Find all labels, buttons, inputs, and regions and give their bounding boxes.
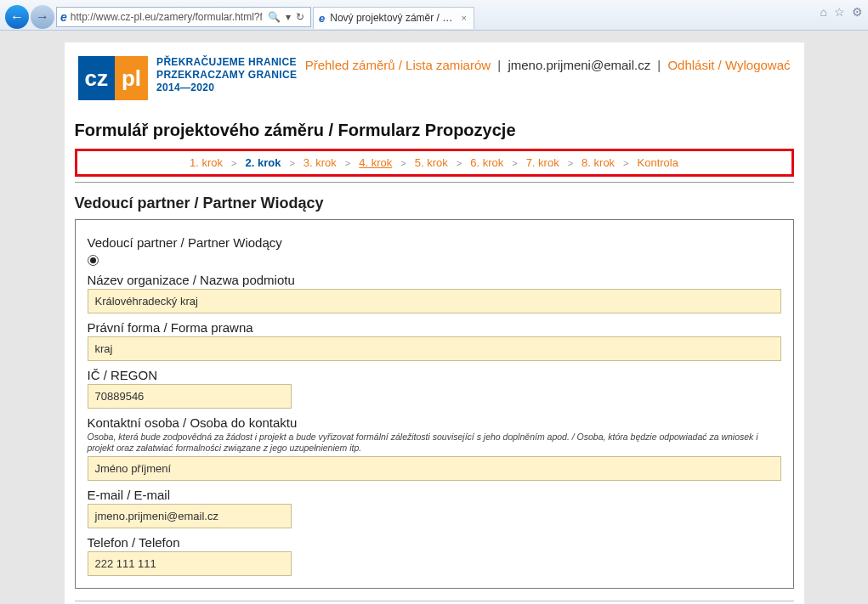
regno-label: IČ / REGON [88,361,781,384]
email-input[interactable]: jmeno.prijmeni@email.cz [88,504,292,528]
contact-help-text: Osoba, která bude zodpovědná za žádost i… [88,432,781,456]
home-icon[interactable]: ⌂ [820,5,827,19]
search-icon[interactable]: 🔍 [268,11,281,23]
site-header: cz pl PŘEKRAČUJEME HRANICE PRZEKRACZAMY … [75,53,794,114]
contact-label: Kontaktní osoba / Osoba do kontaktu [88,409,781,432]
browser-toolbar: ← → e 🔍 ▾ ↻ e Nový projektový záměr / N.… [0,0,868,31]
overview-link[interactable]: Přehled záměrů / Lista zamiarów [305,58,491,72]
phone-input[interactable]: 222 111 111 [88,551,292,576]
ie-favicon-icon: e [319,12,325,25]
panel-title-label: Vedoucí partner / Partner Wiodący [88,229,781,251]
user-email: jmeno.prijmeni@email.cz [508,58,650,72]
step-link-8[interactable]: 8. krok [578,156,618,169]
chevron-right-icon: > [345,158,350,168]
tab-title: Nový projektový záměr / N... [330,12,454,24]
address-tools: 🔍 ▾ ↻ [265,11,307,23]
search-dropdown-icon[interactable]: ▾ [286,11,291,23]
ie-icon: e [60,10,67,24]
section-heading-lead-partner: Vedoucí partner / Partner Wiodący [75,191,794,219]
chevron-right-icon: > [623,158,628,168]
tagline-years: 2014—2020 [156,82,297,94]
step-link-6[interactable]: 6. krok [467,156,507,169]
chevron-right-icon: > [289,158,294,168]
legal-form-label: Právní forma / Forma prawna [88,313,781,336]
url-input[interactable] [71,11,262,23]
logo-tagline: PŘEKRAČUJEME HRANICE PRZEKRACZAMY GRANIC… [156,56,297,94]
browser-right-tools: ⌂ ☆ ⚙ [820,5,863,19]
chevron-right-icon: > [457,158,462,168]
lead-partner-radio[interactable] [88,251,781,266]
divider [75,601,794,601]
address-bar[interactable]: e 🔍 ▾ ↻ [56,7,311,27]
nav-forward-button[interactable]: → [31,5,54,29]
browser-tab[interactable]: e Nový projektový záměr / N... × [313,7,474,29]
step-link-3[interactable]: 3. krok [300,156,340,169]
page-title: Formulář projektového záměru / Formularz… [75,114,794,149]
email-label: E-mail / E-mail [88,481,781,504]
step-link-2[interactable]: 2. krok [241,156,284,169]
chevron-right-icon: > [231,158,236,168]
phone-label: Telefon / Telefon [88,528,781,551]
nav-back-button[interactable]: ← [5,5,29,29]
step-link-4[interactable]: 4. krok [355,156,395,169]
lead-partner-panel: Vedoucí partner / Partner Wiodący Název … [75,219,794,589]
org-name-label: Název organizace / Nazwa podmiotu [88,266,781,289]
logout-link[interactable]: Odhlásit / Wylogować [667,58,790,72]
arrow-left-icon: ← [10,9,24,25]
tab-close-button[interactable]: × [460,13,468,23]
tools-icon[interactable]: ⚙ [852,5,863,19]
refresh-icon[interactable]: ↻ [296,11,304,23]
org-name-input[interactable]: Královéhradecký kraj [88,289,781,313]
radio-checked-icon [88,255,99,266]
arrow-right-icon: → [36,9,49,25]
logo-image: cz pl [78,56,149,100]
tagline-line2: PRZEKRACZAMY GRANICE [156,69,297,82]
regno-input[interactable]: 70889546 [88,384,292,409]
chevron-right-icon: > [568,158,573,168]
tagline-line1: PŘEKRAČUJEME HRANICE [156,56,297,69]
legal-form-input[interactable]: kraj [88,336,781,361]
logo-cz-part: cz [78,56,115,100]
step-link-1[interactable]: 1. krok [186,156,226,169]
pipe-separator: | [494,58,504,72]
divider [75,182,794,183]
chevron-right-icon: > [512,158,517,168]
step-link-5[interactable]: 5. krok [411,156,451,169]
logo-block: cz pl PŘEKRAČUJEME HRANICE PRZEKRACZAMY … [78,56,298,100]
chevron-right-icon: > [400,158,406,168]
step-link-9[interactable]: Kontrola [634,156,682,169]
contact-input[interactable]: Jméno příjmení [88,456,781,481]
step-navigation: 1. krok>2. krok>3. krok>4. krok>5. krok>… [75,149,794,177]
page-container: cz pl PŘEKRAČUJEME HRANICE PRZEKRACZAMY … [65,42,804,604]
favorites-icon[interactable]: ☆ [834,5,845,19]
header-links: Přehled záměrů / Lista zamiarów | jmeno.… [305,56,791,76]
pipe-separator: | [654,58,664,72]
step-link-7[interactable]: 7. krok [523,156,563,169]
logo-pl-part: pl [115,56,148,100]
